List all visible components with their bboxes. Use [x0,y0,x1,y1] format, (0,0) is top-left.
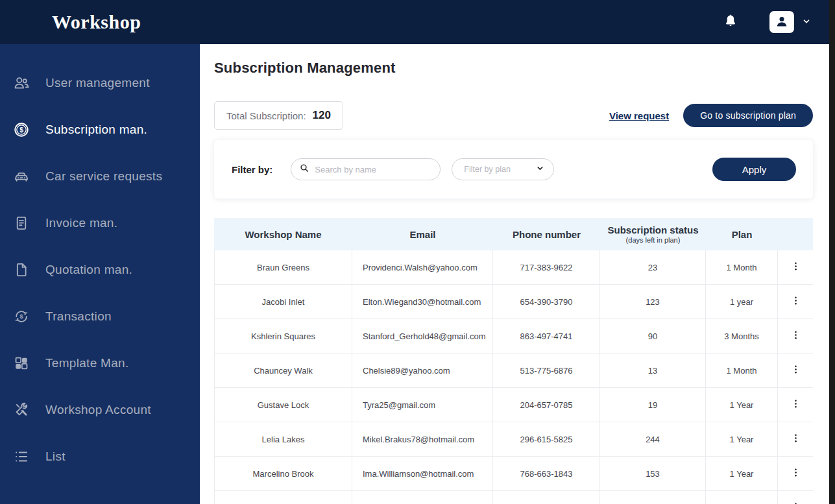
dollar-arrows-icon: $ [13,308,30,325]
table-row: Chauncey Walk Chelsie89@yahoo.com 513-77… [214,354,813,388]
column-header-phone: Phone number [493,229,600,240]
cell-email: Mikel.Brakus78@hotmail.com [352,422,493,456]
sidebar-item-label: User management [45,76,150,90]
row-actions-button[interactable] [778,285,813,318]
row-actions-button[interactable] [778,422,813,456]
row-actions-button[interactable] [778,457,813,490]
app-logo: Workshop [52,11,141,33]
kebab-menu-icon [791,295,801,308]
summary-actions: View request Go to subscription plan [609,104,813,127]
row-actions-button[interactable] [778,354,813,387]
cell-phone: 296-615-5825 [493,422,600,456]
kebab-menu-icon [791,398,801,411]
filter-bar: Filter by: Filter by plan Apply [214,140,813,198]
topbar-actions [723,11,811,33]
account-menu-toggle[interactable] [802,17,811,28]
kebab-menu-icon [791,467,801,480]
cell-workshop-name: Gustave Lock [214,388,352,422]
subscription-table: Workshop Name Email Phone number Subscri… [214,218,813,504]
cell-workshop-name: Hillard Wall [214,491,352,504]
sidebar-item-label: Subscription man. [45,123,147,137]
cell-workshop-name: Jacobi Inlet [214,285,352,318]
cell-workshop-name: Braun Greens [214,250,352,284]
apply-button[interactable]: Apply [712,158,796,181]
plan-filter-dropdown[interactable]: Filter by plan [452,158,554,180]
column-header-workshop-name: Workshop Name [214,229,352,240]
cell-status: 244 [600,422,706,456]
row-actions-button[interactable] [778,388,813,422]
sidebar-item-invoice-man[interactable]: Invoice man. [0,200,200,246]
table-row: Kshlerin Squares Stanford_Gerhold48@gmai… [214,319,813,354]
cell-plan: 1 Year [706,457,778,490]
cell-email: Gregory_Hayes@yahoo.com [352,491,493,504]
sidebar-item-template-man[interactable]: Template Man. [0,340,200,387]
sidebar-item-user-management[interactable]: User management [0,60,200,106]
chevron-down-icon [802,17,811,28]
total-subscription-box: Total Subscription: 120 [214,101,343,130]
table-row: Marcelino Brook Ima.Williamson@hotmail.c… [214,457,813,491]
row-actions-button[interactable] [778,319,813,353]
view-request-link[interactable]: View request [609,110,669,121]
cell-plan: 3 Months [706,319,778,353]
cell-phone: 768-663-1843 [493,457,600,490]
kebab-menu-icon [791,433,801,446]
column-header-status-subtitle: (days left in plan) [626,236,681,244]
cell-status: 123 [600,285,706,318]
sidebar-item-workshop-account[interactable]: Workshop Account [0,387,200,433]
row-actions-button[interactable] [778,491,813,504]
column-header-plan: Plan [706,229,778,240]
sidebar-item-car-service-requests[interactable]: Car service requests [0,153,200,200]
cell-email: Ima.Williamson@hotmail.com [352,457,493,490]
search-icon [299,163,309,176]
cell-phone: 513-775-6876 [493,354,600,387]
kebab-menu-icon [791,261,801,274]
table-row: Hillard Wall Gregory_Hayes@yahoo.com 404… [214,491,813,504]
cell-workshop-name: Chauncey Walk [214,354,352,387]
cell-plan: 1 Month [706,354,778,387]
cell-workshop-name: Marcelino Brook [214,457,352,490]
bell-icon [723,14,738,31]
search-field [291,158,441,180]
user-avatar-button[interactable] [769,11,794,33]
cell-status: 23 [600,250,706,284]
topbar: Workshop [0,0,829,44]
cell-plan: 1 Month [706,250,778,284]
cell-phone: 654-390-3790 [493,285,600,318]
table-body: Braun Greens Providenci.Walsh@yahoo.com … [214,250,813,504]
template-grid-icon [13,355,30,372]
car-icon [13,168,30,185]
sidebar-item-transaction[interactable]: $ Transaction [0,293,200,340]
go-to-subscription-plan-button[interactable]: Go to subscription plan [683,104,813,127]
filter-by-label: Filter by: [232,164,272,175]
sidebar-item-label: Workshop Account [45,403,151,417]
cell-status: 19 [600,388,706,422]
sidebar-item-subscription-man[interactable]: $ Subscription man. [0,106,200,153]
sidebar-item-label: Template Man. [45,356,129,370]
page-scrollbar[interactable] [829,0,835,504]
total-subscription-value: 120 [313,109,331,122]
cell-status: 90 [600,319,706,353]
cell-phone: 204-657-0785 [493,388,600,422]
dollar-circle-icon: $ [13,121,30,138]
table-header: Workshop Name Email Phone number Subscri… [214,218,813,250]
cell-plan: 3 Months [706,491,778,504]
column-header-email: Email [352,229,493,240]
users-icon [13,75,30,91]
invoice-document-icon [13,215,30,232]
sidebar-item-label: Car service requests [45,169,162,184]
cell-email: Tyra25@gmail.com [352,388,493,422]
sidebar-item-quotation-man[interactable]: Quotation man. [0,246,200,293]
kebab-menu-icon [791,330,801,342]
column-header-subscription-status: Subscription status (days left in plan) [600,224,706,244]
search-input[interactable] [315,165,432,174]
row-actions-button[interactable] [778,250,813,284]
sidebar-item-list[interactable]: List [0,433,200,480]
sidebar-item-label: Transaction [45,309,112,324]
notifications-button[interactable] [723,14,738,31]
cell-workshop-name: Lelia Lakes [214,422,352,456]
table-row: Braun Greens Providenci.Walsh@yahoo.com … [214,250,813,285]
svg-text:$: $ [19,313,23,320]
cell-workshop-name: Kshlerin Squares [214,319,352,353]
total-subscription-label: Total Subscription: [226,110,306,121]
cell-phone: 863-497-4741 [493,319,600,353]
